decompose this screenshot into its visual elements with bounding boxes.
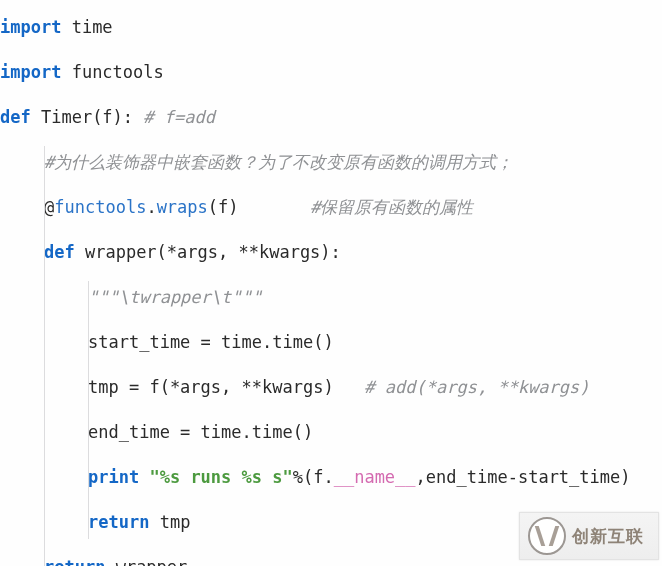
indent-guide [88,281,89,539]
code-line: print "%s runs %s s"%(f.__name__,end_tim… [0,455,662,500]
code-line: """\twrapper\t""" [0,275,662,320]
code-line: @functools.wraps(f) #保留原有函数的属性 [0,185,662,230]
code-line: import time [0,5,662,50]
code-line: tmp = f(*args, **kwargs) # add(*args, **… [0,365,662,410]
code-content: import timeimport functoolsdef Timer(f):… [0,5,662,566]
code-line: start_time = time.time() [0,320,662,365]
code-line: import functools [0,50,662,95]
code-block: import timeimport functoolsdef Timer(f):… [0,5,662,566]
code-line: def Timer(f): # f=add [0,95,662,140]
code-line: #为什么装饰器中嵌套函数？为了不改变原有函数的调用方式； [0,140,662,185]
code-line: def wrapper(*args, **kwargs): [0,230,662,275]
logo-text: 创新互联 [572,525,644,548]
code-line: end_time = time.time() [0,410,662,455]
watermark-logo: 创新互联 [519,512,659,560]
logo-icon [528,517,566,555]
indent-guide [44,146,45,566]
